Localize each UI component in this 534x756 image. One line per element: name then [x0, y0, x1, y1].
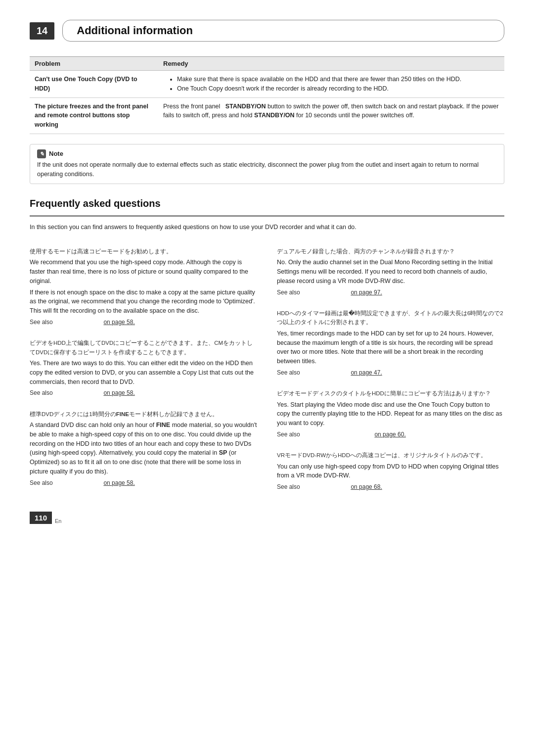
faq-answer-right-3: Yes. Start playing the Video mode disc a…	[277, 400, 504, 428]
faq-answer-left-1b: If there is not enough space on the disc…	[30, 288, 257, 316]
page-number: 110	[30, 512, 52, 524]
table-row: Can't use One Touch Copy (DVD to HDD) Ma…	[30, 71, 504, 98]
troubleshooting-table: Problem Remedy Can't use One Touch Copy …	[30, 56, 504, 134]
chapter-header: 14 Additional information	[30, 20, 504, 42]
faq-intro: In this section you can find answers to …	[30, 223, 504, 232]
faq-answer-left-3: A standard DVD disc can hold only an hou…	[30, 421, 257, 476]
note-header: ✎ Note	[37, 149, 497, 158]
faq-item-right-2: HDDへのタイマー録画は最�時間設定できますが、タイトルの最大長は6時間なので2…	[277, 302, 504, 382]
faq-title: Frequently asked questions	[30, 198, 504, 209]
faq-see-also-right-4: See also on page 68.	[277, 482, 504, 491]
faq-see-also-right-3: See also on page 60.	[277, 430, 504, 439]
note-label: Note	[49, 150, 63, 157]
remedy-cell-1: Make sure that there is space available …	[158, 71, 504, 98]
faq-answer-right-2: Yes, timer recordings made to the HDD ca…	[277, 329, 504, 366]
note-icon: ✎	[37, 149, 46, 158]
remedy-text-2: Press the front panel STANDBY/ON button …	[163, 103, 498, 119]
note-text: If the unit does not operate normally du…	[37, 160, 497, 179]
chapter-title-box: Additional information	[62, 20, 504, 42]
chapter-title: Additional information	[77, 24, 193, 37]
faq-item-left-1: 使用するモードは高速コピーモードをお勧めします。 We recommend th…	[30, 240, 257, 331]
faq-question-right-3: ビデオモードディスクのタイトルをHDDに簡単にコピーする方法はありますか？	[277, 389, 504, 398]
faq-item-left-2: ビデオをHDD上で編集してDVDにコピーすることができます。また、CMをカットし…	[30, 331, 257, 402]
faq-title-wrapper: Frequently asked questions	[30, 198, 504, 217]
faq-section: Frequently asked questions In this secti…	[30, 198, 504, 496]
table-header-remedy: Remedy	[158, 57, 504, 71]
faq-item-right-1: デュアルモノ録音した場合、両方のチャンネルが録音されますか？ No. Only …	[277, 240, 504, 302]
remedy-cell-2: Press the front panel STANDBY/ON button …	[158, 97, 504, 134]
faq-see-also-left-2: See also on page 58.	[30, 388, 257, 397]
faq-question-right-4: VRモードDVD-RWからHDDへの高速コピーは、オリジナルタイトルのみです。	[277, 451, 504, 460]
faq-item-right-3: ビデオモードディスクのタイトルをHDDに簡単にコピーする方法はありますか？ Ye…	[277, 382, 504, 444]
faq-answer-left-2: Yes. There are two ways to do this. You …	[30, 359, 257, 386]
faq-item-right-4: VRモードDVD-RWからHDDへの高速コピーは、オリジナルタイトルのみです。 …	[277, 444, 504, 496]
page-language: En	[55, 518, 61, 524]
faq-see-also-left-1: See also on page 58.	[30, 318, 257, 327]
remedy-item-1b: One Touch Copy doesn't work if the recor…	[177, 84, 499, 94]
faq-answer-right-4: You can only use high-speed copy from DV…	[277, 462, 504, 481]
problem-cell-1: Can't use One Touch Copy (DVD to HDD)	[30, 71, 158, 98]
faq-question-left-2: ビデオをHDD上で編集してDVDにコピーすることができます。また、CMをカットし…	[30, 338, 257, 357]
faq-question-right-1: デュアルモノ録音した場合、両方のチャンネルが録音されますか？	[277, 247, 504, 256]
faq-right-column: デュアルモノ録音した場合、両方のチャンネルが録音されますか？ No. Only …	[277, 240, 504, 497]
chapter-number: 14	[30, 22, 54, 40]
note-box: ✎ Note If the unit does not operate norm…	[30, 144, 504, 185]
faq-question-left-1: 使用するモードは高速コピーモードをお勧めします。	[30, 247, 257, 256]
faq-see-also-right-1: See also on page 97.	[277, 288, 504, 297]
page-footer: 110 En	[30, 512, 504, 524]
faq-answer-right-1: No. Only the audio channel set in the Du…	[277, 258, 504, 285]
faq-item-left-3: 標準DVDディスクには1時間分のFINEモード材料しか記録できません。 A st…	[30, 403, 257, 492]
faq-question-right-2: HDDへのタイマー録画は最�時間設定できますが、タイトルの最大長は6時間なので2…	[277, 309, 504, 327]
table-header-problem: Problem	[30, 57, 158, 71]
faq-question-left-3: 標準DVDディスクには1時間分のFINEモード材料しか記録できません。	[30, 410, 257, 419]
faq-see-also-left-3: See also on page 58.	[30, 478, 257, 487]
faq-see-also-right-2: See also on page 47.	[277, 368, 504, 377]
problem-cell-2: The picture freezes and the front panel …	[30, 97, 158, 134]
faq-left-column: 使用するモードは高速コピーモードをお勧めします。 We recommend th…	[30, 240, 257, 497]
remedy-list-1: Make sure that there is space available …	[163, 75, 499, 94]
faq-answer-left-1a: We recommend that you use the high-speed…	[30, 258, 257, 285]
faq-columns: 使用するモードは高速コピーモードをお勧めします。 We recommend th…	[30, 240, 504, 497]
remedy-item-1a: Make sure that there is space available …	[177, 75, 499, 84]
table-row: The picture freezes and the front panel …	[30, 97, 504, 134]
